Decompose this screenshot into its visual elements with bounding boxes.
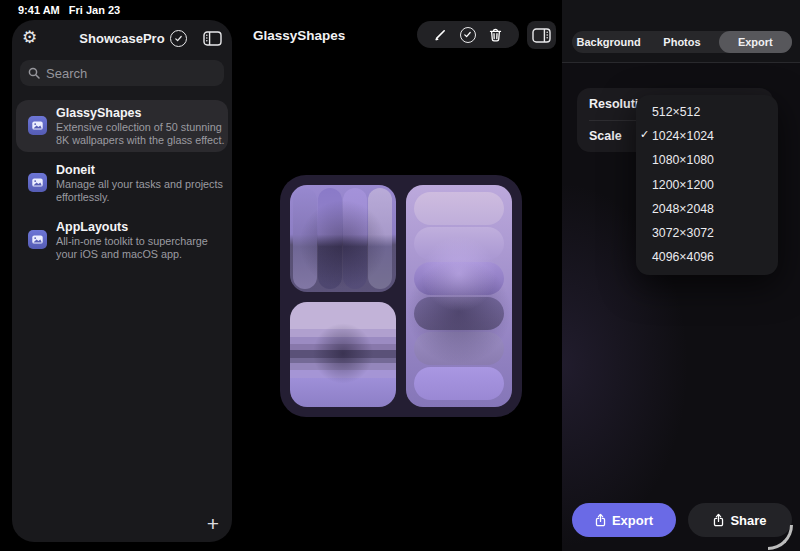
photo-icon — [28, 116, 47, 135]
edit-icon[interactable] — [434, 28, 447, 41]
export-label: Export — [612, 513, 653, 528]
share-up-icon — [595, 513, 606, 527]
status-bar-left: 9:41 AM Fri Jan 23 — [18, 4, 120, 16]
inspector-tabs: Background Photos Export — [572, 31, 792, 53]
divider — [562, 62, 800, 63]
scale-label: Scale — [589, 129, 622, 143]
resolution-menu: 512×512 ✓ 1024×1024 1080×1080 1200×1200 … — [636, 95, 778, 275]
trash-icon[interactable] — [489, 28, 502, 42]
share-up-icon — [713, 513, 724, 527]
select-mode-icon[interactable] — [170, 30, 187, 47]
item-description: Manage all your tasks and projects effor… — [56, 178, 228, 204]
photo-icon — [28, 173, 47, 192]
tab-export[interactable]: Export — [719, 31, 792, 53]
glass-tile-vertical-bars — [290, 185, 396, 292]
status-time: 9:41 AM — [18, 4, 60, 16]
export-button[interactable]: Export — [572, 503, 676, 537]
search-input[interactable]: Search — [20, 60, 224, 86]
glass-tile-horizontal-stripes — [290, 302, 396, 407]
status-date: Fri Jan 23 — [69, 4, 120, 16]
sidebar-item-applayouts[interactable]: AppLayouts All-in-one toolkit to superch… — [16, 214, 228, 266]
sidebar-item-glassyshapes[interactable]: GlassyShapes Extensive collection of 50 … — [16, 100, 228, 152]
item-title: Doneit — [56, 163, 95, 177]
toolbar — [417, 21, 519, 48]
tab-background[interactable]: Background — [572, 31, 645, 53]
add-project-button[interactable]: + — [207, 514, 219, 534]
share-label: Share — [730, 513, 766, 528]
page-title: GlassyShapes — [253, 28, 345, 43]
photo-icon — [28, 230, 47, 249]
menu-option-1024-selected[interactable]: ✓ 1024×1024 — [636, 124, 778, 148]
app-title: ShowcasePro — [12, 31, 232, 46]
tab-photos[interactable]: Photos — [645, 31, 718, 53]
item-description: Extensive collection of 50 stunning 8K w… — [56, 121, 228, 147]
screen: 9:41 AM Fri Jan 23 100% ⚙ ShowcasePro — [0, 0, 800, 551]
inspector-toggle-button[interactable] — [527, 21, 556, 49]
menu-option-4096[interactable]: 4096×4096 — [636, 245, 778, 269]
inspector-panel: Background Photos Export Resolution Scal… — [562, 0, 800, 551]
wallpaper-canvas[interactable] — [280, 175, 522, 417]
sidebar-header: ⚙ ShowcasePro — [12, 20, 232, 58]
menu-option-3072[interactable]: 3072×3072 — [636, 221, 778, 245]
menu-option-1200[interactable]: 1200×1200 — [636, 173, 778, 197]
menu-option-512[interactable]: 512×512 — [636, 100, 778, 124]
glass-tile-pills — [406, 185, 512, 407]
select-icon[interactable] — [460, 27, 476, 43]
menu-option-2048[interactable]: 2048×2048 — [636, 197, 778, 221]
search-icon — [28, 67, 40, 79]
item-title: GlassyShapes — [56, 106, 141, 120]
item-title: AppLayouts — [56, 220, 128, 234]
sidebar-item-doneit[interactable]: Doneit Manage all your tasks and project… — [16, 157, 228, 209]
search-placeholder: Search — [46, 66, 87, 81]
item-description: All-in-one toolkit to supercharge your i… — [56, 235, 228, 261]
checkmark-icon: ✓ — [640, 128, 651, 141]
sidebar: ⚙ ShowcasePro Search Gla — [12, 20, 232, 542]
sidebar-list: GlassyShapes Extensive collection of 50 … — [16, 100, 228, 271]
sidebar-trailing-icon — [532, 28, 551, 43]
sidebar-toggle-icon[interactable] — [203, 31, 222, 46]
menu-option-1080[interactable]: 1080×1080 — [636, 148, 778, 172]
